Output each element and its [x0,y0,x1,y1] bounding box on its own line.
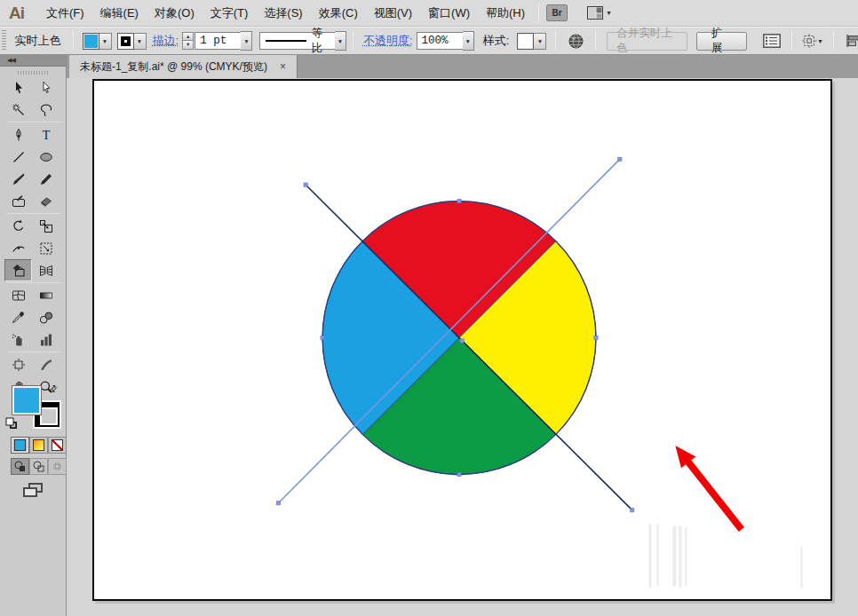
tool-eraser[interactable] [32,190,60,212]
opacity-dropdown[interactable]: ▼ [463,31,474,51]
menu-item-0[interactable]: 文件(F) [38,2,92,25]
tools-panel-header[interactable]: ◀◀ [0,55,66,67]
width-profile-field[interactable]: 等比 [259,32,335,50]
tool-live-paint-bucket[interactable] [4,259,32,281]
style-swatch[interactable] [517,33,534,50]
menu-item-8[interactable]: 帮助(H) [478,2,533,25]
workspace-layout-icon [587,6,603,20]
expand-button[interactable]: 扩展 [696,32,747,51]
drawing-mode-buttons [11,458,67,475]
stroke-panel-link[interactable]: 描边: [153,33,179,49]
stroke-weight-dropdown[interactable]: ▼ [241,31,252,51]
align-button[interactable] [844,31,858,51]
artwork [94,81,830,599]
tool-selection[interactable] [4,76,32,99]
canvas-area[interactable] [67,78,858,616]
menu-item-2[interactable]: 对象(O) [147,2,203,25]
style-dropdown[interactable]: ▼ [534,33,546,50]
opacity-field[interactable]: 100% [417,32,463,50]
fill-color-control[interactable]: ▼ [83,33,112,50]
none-button[interactable] [48,437,67,454]
color-button[interactable] [11,437,29,454]
tools-panel-grip[interactable] [18,71,48,75]
tool-width[interactable] [4,237,32,259]
stroke-weight-field[interactable]: 1 pt [195,32,241,50]
control-bar-grip[interactable] [2,30,6,51]
type-icon: T [39,128,53,142]
panel-options-button[interactable] [762,31,782,51]
stroke-color-dropdown[interactable]: ▼ [134,33,147,50]
tool-eyedropper[interactable] [4,306,32,328]
fill-color-dropdown[interactable]: ▼ [99,33,112,50]
width-profile-label: 等比 [312,26,330,56]
merge-live-paint-button: 合并实时上色 [607,32,687,51]
tab-close-icon[interactable]: × [280,61,286,72]
tool-artboard[interactable] [4,353,32,375]
align-icon [846,34,858,48]
tool-mesh[interactable] [4,284,32,306]
column-graph-icon [39,333,53,347]
tool-symbol-sprayer[interactable] [4,328,32,351]
bounding-box-options-button[interactable]: ▼ [802,31,823,51]
gradient-button[interactable] [29,437,48,454]
style-control[interactable]: ▼ [517,33,546,50]
tool-group-separator [6,213,61,214]
tool-blend[interactable] [32,306,60,328]
tool-column-graph[interactable] [32,328,60,351]
stroke-color-control[interactable]: ▼ [117,33,147,50]
tools-panel: ◀◀ T ⇄ [0,55,67,616]
menu-item-7[interactable]: 窗口(W) [420,2,478,25]
menu-item-4[interactable]: 选择(S) [256,2,310,25]
tool-lasso[interactable] [32,99,60,121]
width-profile-dropdown[interactable]: ▼ [335,31,346,51]
draw-normal-button[interactable] [11,458,29,475]
tool-pencil[interactable] [32,168,60,190]
menu-bar: Ai 文件(F)编辑(E)对象(O)文字(T)选择(S)效果(C)视图(V)窗口… [0,0,858,27]
opacity-panel-link[interactable]: 不透明度: [363,33,413,49]
tool-group-separator [6,282,61,283]
tool-direct-selection[interactable] [32,76,60,99]
tool-ellipse[interactable] [32,146,60,168]
tool-free-transform[interactable] [32,237,60,259]
tool-magic-wand[interactable] [4,99,32,121]
tool-gradient[interactable] [32,284,60,306]
document-setup-globe-button[interactable] [566,31,585,51]
workspace-switcher[interactable]: ▼ [587,6,612,20]
menu-item-1[interactable]: 编辑(E) [92,2,147,25]
tool-line-segment[interactable] [4,146,32,168]
tool-grid: T [4,76,63,398]
draw-inside-icon [52,461,63,472]
direct-selection-icon [39,81,53,95]
tool-paintbrush[interactable] [4,168,32,190]
document-tab[interactable]: 未标题-1_复制.ai* @ 99% (CMYK/预览) × [69,55,298,78]
menu-item-6[interactable]: 视图(V) [366,2,420,25]
stepper-up-icon[interactable]: ▲ [182,32,194,41]
stroke-weight-stepper[interactable]: ▲ ▼ [182,32,194,50]
tool-scale[interactable] [32,215,60,237]
screen-mode-button[interactable] [23,483,44,501]
bridge-button[interactable]: Br [546,4,568,21]
default-fill-stroke-icon[interactable] [5,417,18,430]
artboard[interactable] [92,79,832,601]
tool-perspective-grid[interactable] [32,259,60,281]
stroke-color-swatch[interactable] [117,33,134,50]
fill-color-swatch[interactable] [83,33,99,50]
ellipse-icon [39,150,53,164]
tool-type[interactable]: T [32,123,60,146]
symbol-sprayer-icon [12,333,26,347]
tool-blob-brush[interactable] [4,190,32,212]
blob-brush-icon [12,194,26,209]
tool-pen[interactable] [4,123,32,146]
pen-icon [12,128,26,142]
collapse-panel-icon[interactable]: ◀◀ [7,57,15,63]
menu-item-5[interactable]: 效果(C) [311,2,366,25]
workspace-caret-icon: ▼ [606,10,612,16]
tool-slice[interactable] [32,353,60,375]
menu-item-3[interactable]: 文字(T) [203,2,257,25]
annotation-arrow [675,446,744,532]
draw-inside-button[interactable] [48,458,67,475]
tool-rotate[interactable] [4,215,32,237]
fill-indicator-swatch[interactable] [12,385,42,415]
draw-behind-button[interactable] [29,458,48,475]
stepper-down-icon[interactable]: ▼ [182,41,194,50]
